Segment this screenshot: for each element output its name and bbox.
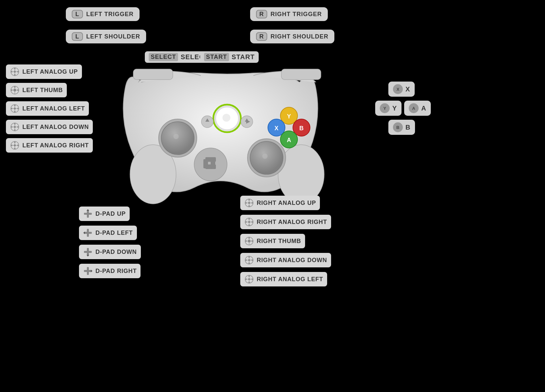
left-analog-right-label: LEFT ANALOG RIGHT (6, 138, 93, 153)
dpad-up-icon (83, 209, 93, 219)
right-analog-right-text: RIGHT ANALOG RIGHT (257, 219, 327, 226)
svg-point-97 (248, 259, 250, 261)
svg-marker-121 (91, 270, 92, 272)
y-btn-circle: Y (380, 103, 390, 113)
svg-rect-50 (203, 159, 208, 168)
x-button-text: X (405, 86, 410, 93)
l-badge-shoulder: L (72, 32, 83, 41)
left-analog-up-label: LEFT ANALOG UP (6, 64, 82, 79)
right-analog-down-icon (244, 255, 254, 265)
svg-rect-51 (211, 159, 215, 168)
b-button-label: B B (388, 120, 415, 135)
svg-point-26 (14, 126, 16, 128)
right-trigger-label: R RIGHT TRIGGER (250, 7, 328, 21)
dpad-left-label: D-PAD LEFT (79, 226, 137, 240)
analog-down-icon (10, 122, 20, 132)
svg-rect-70 (281, 69, 321, 80)
dpad-right-icon (83, 266, 93, 276)
svg-point-90 (248, 240, 250, 242)
dpad-left-text: D-PAD LEFT (95, 230, 133, 236)
left-analog-down-label: LEFT ANALOG DOWN (6, 120, 93, 134)
svg-text:B: B (299, 125, 304, 132)
b-button-text: B (405, 124, 410, 131)
svg-point-43 (173, 134, 179, 139)
analog-right-icon (10, 140, 20, 150)
svg-rect-69 (133, 69, 173, 80)
r-badge-shoulder-text: R (259, 33, 264, 40)
dpad-right-label: D-PAD RIGHT (79, 264, 141, 278)
right-analog-up-icon (244, 198, 254, 208)
right-shoulder-label: R RIGHT SHOULDER (250, 30, 334, 43)
left-analog-left-label: LEFT ANALOG LEFT (6, 101, 89, 116)
svg-marker-112 (87, 209, 89, 211)
left-thumb-text: LEFT THUMB (22, 87, 63, 94)
y-button-text: Y (392, 105, 397, 112)
svg-point-105 (248, 278, 250, 280)
svg-point-46 (262, 154, 268, 159)
a-button-label: A A (404, 101, 431, 116)
right-analog-left-icon (244, 274, 254, 284)
svg-rect-117 (84, 251, 92, 253)
right-thumb-icon (244, 236, 254, 246)
right-analog-left-label: RIGHT ANALOG LEFT (240, 272, 327, 286)
l-badge-shoulder-text: L (75, 33, 79, 40)
analog-up-icon (10, 67, 20, 77)
svg-point-3 (14, 71, 16, 73)
svg-marker-118 (87, 255, 89, 257)
dpad-down-text: D-PAD DOWN (95, 249, 137, 256)
svg-marker-115 (83, 232, 85, 234)
left-trigger-label: L LEFT TRIGGER (66, 7, 140, 21)
y-button-label: Y Y (375, 101, 402, 116)
l-badge: L (72, 10, 83, 18)
r-badge-shoulder: R (256, 32, 267, 41)
x-btn-circle: X (393, 84, 403, 94)
svg-point-82 (248, 221, 250, 223)
left-trigger-text: LEFT TRIGGER (86, 11, 134, 18)
svg-text:A: A (287, 137, 291, 143)
left-shoulder-text: LEFT SHOULDER (86, 33, 140, 40)
svg-rect-111 (84, 213, 92, 215)
svg-point-11 (13, 89, 16, 91)
right-thumb-text: RIGHT THUMB (257, 238, 301, 245)
right-analog-down-label: RIGHT ANALOG DOWN (240, 253, 331, 267)
l-badge-text: L (75, 11, 79, 18)
right-trigger-text: RIGHT TRIGGER (271, 11, 322, 18)
r-badge: R (256, 10, 267, 18)
svg-point-18 (14, 108, 16, 110)
right-shoulder-text: RIGHT SHOULDER (271, 33, 328, 40)
dpad-left-icon (83, 228, 93, 238)
left-thumb-label: LEFT THUMB (6, 83, 67, 97)
svg-text:Y: Y (287, 113, 291, 120)
right-analog-left-text: RIGHT ANALOG LEFT (257, 276, 323, 283)
dpad-up-label: D-PAD UP (79, 207, 130, 221)
left-shoulder-label: L LEFT SHOULDER (66, 30, 146, 43)
right-analog-down-text: RIGHT ANALOG DOWN (257, 257, 327, 264)
a-btn-circle: A (409, 103, 419, 113)
analog-left-icon (10, 104, 20, 113)
dpad-down-label: D-PAD DOWN (79, 245, 141, 259)
controller-diagram: Y X B A (102, 43, 352, 240)
svg-point-54 (222, 114, 230, 122)
right-thumb-label: RIGHT THUMB (240, 234, 305, 248)
dpad-down-icon (83, 247, 93, 257)
b-btn-circle: B (393, 122, 403, 132)
svg-text:X: X (274, 125, 278, 132)
right-analog-right-label: RIGHT ANALOG RIGHT (240, 215, 331, 229)
left-analog-down-text: LEFT ANALOG DOWN (22, 124, 89, 131)
svg-point-74 (248, 202, 250, 204)
x-button-label: X X (388, 82, 415, 97)
r-badge-text: R (259, 11, 264, 18)
svg-point-34 (14, 144, 16, 146)
left-analog-up-text: LEFT ANALOG UP (22, 68, 78, 75)
right-analog-up-text: RIGHT ANALOG UP (257, 200, 316, 207)
left-thumb-icon (10, 85, 20, 95)
dpad-up-text: D-PAD UP (95, 210, 126, 217)
right-analog-right-icon (244, 217, 254, 227)
svg-rect-120 (84, 270, 92, 272)
right-analog-up-label: RIGHT ANALOG UP (240, 196, 320, 210)
dpad-right-text: D-PAD RIGHT (95, 268, 137, 275)
left-analog-right-text: LEFT ANALOG RIGHT (22, 142, 89, 149)
a-button-text: A (421, 105, 426, 112)
left-analog-left-text: LEFT ANALOG LEFT (22, 105, 85, 112)
svg-rect-114 (84, 232, 92, 234)
